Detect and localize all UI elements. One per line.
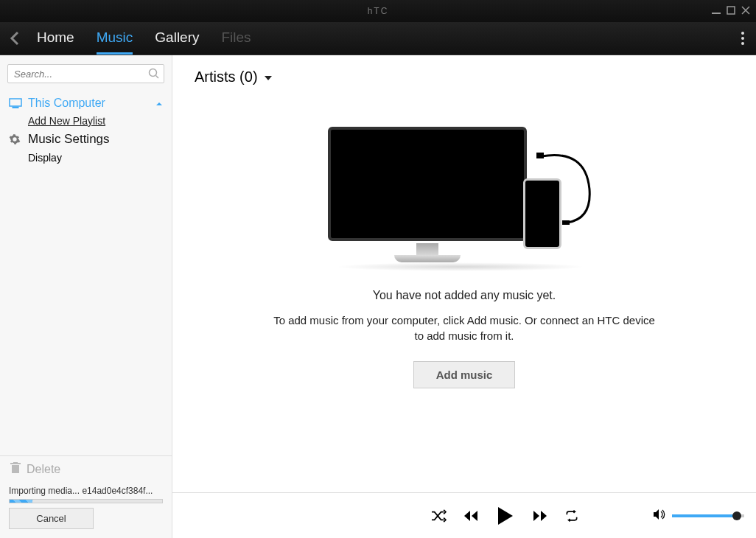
delete-label: Delete xyxy=(27,463,60,476)
svg-rect-9 xyxy=(562,220,570,225)
chevron-up-icon xyxy=(155,97,163,110)
sidebar-bottom: Delete Importing media... e14ad0e4cf384f… xyxy=(0,455,172,538)
previous-button[interactable] xyxy=(463,509,479,523)
sidebar-content: This Computer Add New Playlist Music Set… xyxy=(0,91,172,455)
main-header: Artists (0) xyxy=(172,55,756,90)
sidebar-item-label: Music Settings xyxy=(28,132,110,147)
menu-button[interactable] xyxy=(741,32,744,45)
tab-home[interactable]: Home xyxy=(37,23,74,55)
maximize-button[interactable] xyxy=(727,5,735,17)
delete-button: Delete xyxy=(0,456,172,483)
tab-files[interactable]: Files xyxy=(222,23,251,55)
tab-gallery[interactable]: Gallery xyxy=(155,23,199,55)
sidebar: This Computer Add New Playlist Music Set… xyxy=(0,55,172,538)
player-bar xyxy=(172,492,756,538)
back-button[interactable] xyxy=(7,31,22,46)
import-status: Importing media... e14ad0e4cf384f... xyxy=(0,483,172,497)
shuffle-button[interactable] xyxy=(430,509,447,523)
search-icon[interactable] xyxy=(148,68,160,83)
svg-rect-4 xyxy=(13,107,18,108)
volume-slider[interactable] xyxy=(672,514,738,517)
gear-icon xyxy=(9,133,24,145)
volume-knob[interactable] xyxy=(732,511,741,520)
empty-state: You have not added any music yet. To add… xyxy=(172,90,756,492)
empty-message-1: You have not added any music yet. xyxy=(373,289,556,302)
sidebar-item-this-computer[interactable]: This Computer xyxy=(0,94,172,113)
heading-text: Artists (0) xyxy=(195,69,258,85)
volume-control xyxy=(653,509,738,523)
player-controls xyxy=(430,506,579,526)
svg-rect-0 xyxy=(712,13,721,14)
nav-tabs: Home Music Gallery Files xyxy=(37,23,251,55)
titlebar: hTC xyxy=(0,0,756,22)
svg-rect-1 xyxy=(727,7,735,14)
minimize-button[interactable] xyxy=(712,5,721,17)
trash-icon xyxy=(10,462,21,477)
svg-rect-5 xyxy=(12,465,19,473)
window-controls xyxy=(712,5,750,17)
svg-rect-6 xyxy=(10,463,21,464)
add-music-button[interactable]: Add music xyxy=(413,361,516,388)
search-box xyxy=(7,64,164,83)
sidebar-item-label: This Computer xyxy=(28,97,105,110)
repeat-button[interactable] xyxy=(564,509,579,523)
svg-rect-7 xyxy=(13,462,18,463)
speaker-icon[interactable] xyxy=(653,509,666,523)
chevron-down-icon[interactable] xyxy=(264,69,273,85)
sidebar-item-display[interactable]: Display xyxy=(0,150,172,166)
tab-music[interactable]: Music xyxy=(97,23,133,55)
cable-icon xyxy=(534,153,608,241)
next-button[interactable] xyxy=(532,509,548,523)
app-title: hTC xyxy=(368,6,389,16)
svg-point-2 xyxy=(150,69,157,77)
progress-fill xyxy=(10,500,32,503)
navbar: Home Music Gallery Files xyxy=(0,22,756,55)
cancel-button[interactable]: Cancel xyxy=(9,508,94,529)
import-progress xyxy=(9,499,163,503)
add-playlist-link[interactable]: Add New Playlist xyxy=(0,113,172,129)
svg-rect-3 xyxy=(10,99,21,106)
empty-message-2: To add music from your computer, click A… xyxy=(273,312,656,343)
sidebar-item-music-settings[interactable]: Music Settings xyxy=(0,129,172,150)
empty-illustration xyxy=(328,127,601,274)
close-button[interactable] xyxy=(741,5,750,17)
search-input[interactable] xyxy=(7,64,164,83)
main-content: Artists (0) You have not added any music… xyxy=(172,55,756,538)
svg-rect-8 xyxy=(536,153,544,158)
computer-icon xyxy=(9,98,24,108)
play-button[interactable] xyxy=(495,506,516,526)
